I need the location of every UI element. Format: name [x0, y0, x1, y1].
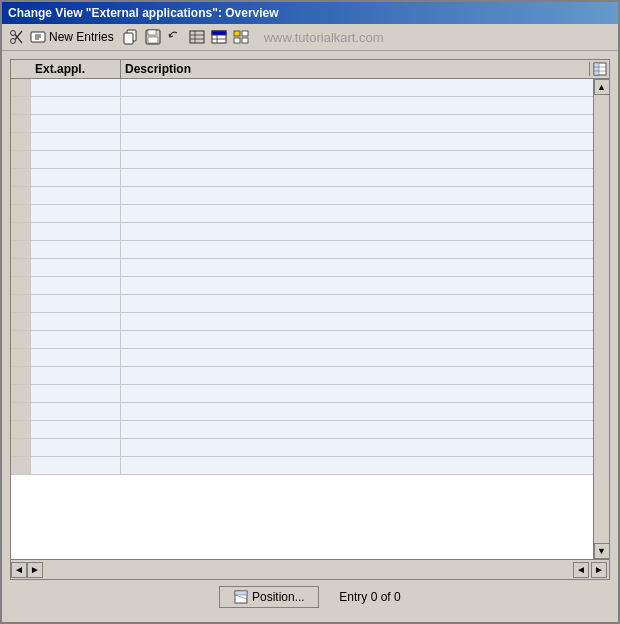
svg-rect-22: [242, 31, 248, 36]
table-row[interactable]: [11, 223, 593, 241]
table-rows: [11, 79, 593, 559]
table-row[interactable]: [11, 385, 593, 403]
table-scroll-area: ▲ ▼: [11, 79, 609, 559]
vertical-scrollbar[interactable]: ▲ ▼: [593, 79, 609, 559]
copy-icon[interactable]: [122, 28, 140, 46]
svg-rect-24: [242, 38, 248, 43]
svg-rect-26: [594, 63, 599, 75]
table-row[interactable]: [11, 259, 593, 277]
entry-count: Entry 0 of 0: [339, 590, 400, 604]
title-bar: Change View "External applications": Ove…: [2, 2, 618, 24]
table-row[interactable]: [11, 295, 593, 313]
scroll-right-far-button[interactable]: ◄: [573, 562, 589, 578]
svg-rect-18: [212, 31, 226, 35]
new-entries-label: New Entries: [49, 30, 114, 44]
table-row[interactable]: [11, 187, 593, 205]
table-row[interactable]: [11, 439, 593, 457]
table-row[interactable]: [11, 151, 593, 169]
svg-rect-11: [148, 30, 156, 35]
toolbar: New Entries: [2, 24, 618, 51]
scroll-rightmost-button[interactable]: ►: [591, 562, 607, 578]
content-area: Ext.appl. Description: [2, 51, 618, 622]
table-row[interactable]: [11, 115, 593, 133]
position-button-label: Position...: [252, 590, 305, 604]
scroll-down-button[interactable]: ▼: [594, 543, 610, 559]
undo-icon[interactable]: [166, 28, 184, 46]
table-row[interactable]: [11, 403, 593, 421]
table-view-icon-3[interactable]: [232, 28, 250, 46]
description-col-header: Description: [121, 60, 589, 78]
table-row[interactable]: [11, 241, 593, 259]
table-row[interactable]: [11, 133, 593, 151]
scroll-up-button[interactable]: ▲: [594, 79, 610, 95]
table-row[interactable]: [11, 79, 593, 97]
scroll-right-small-button[interactable]: ►: [27, 562, 43, 578]
scroll-left-button[interactable]: ◄: [11, 562, 27, 578]
table-row[interactable]: [11, 277, 593, 295]
table-view-icon-2[interactable]: [210, 28, 228, 46]
table-header: Ext.appl. Description: [11, 60, 609, 79]
table-container: Ext.appl. Description: [10, 59, 610, 580]
table-row[interactable]: [11, 331, 593, 349]
table-row[interactable]: [11, 169, 593, 187]
svg-rect-12: [148, 37, 158, 43]
position-button[interactable]: Position...: [219, 586, 319, 608]
extappl-col-header: Ext.appl.: [31, 60, 121, 78]
new-entries-button[interactable]: New Entries: [30, 29, 114, 45]
footer-right-buttons: ◄ ►: [573, 562, 609, 578]
table-row[interactable]: [11, 421, 593, 439]
svg-rect-9: [124, 33, 133, 44]
window-title: Change View "External applications": Ove…: [8, 6, 279, 20]
svg-rect-23: [234, 38, 240, 43]
table-row[interactable]: [11, 349, 593, 367]
table-row[interactable]: [11, 457, 593, 475]
status-bar: Position... Entry 0 of 0: [10, 580, 610, 614]
watermark: www.tutorialkart.com: [264, 30, 384, 45]
main-window: Change View "External applications": Ove…: [0, 0, 620, 624]
table-row[interactable]: [11, 367, 593, 385]
svg-rect-30: [235, 591, 247, 595]
table-footer: ◄ ► ◄ ►: [11, 559, 609, 579]
table-view-icon-1[interactable]: [188, 28, 206, 46]
column-toggle-icon[interactable]: [589, 62, 609, 76]
table-row[interactable]: [11, 313, 593, 331]
scroll-track[interactable]: [594, 95, 609, 543]
table-row[interactable]: [11, 97, 593, 115]
scissors-icon[interactable]: [8, 28, 26, 46]
svg-rect-13: [190, 31, 204, 43]
svg-rect-21: [234, 31, 240, 36]
table-row[interactable]: [11, 205, 593, 223]
save-icon[interactable]: [144, 28, 162, 46]
